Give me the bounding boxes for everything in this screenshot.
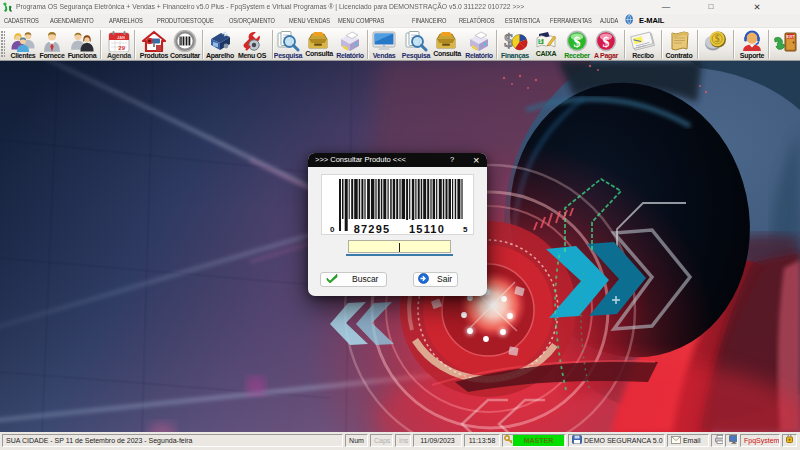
svg-text:$: $ [574,35,581,50]
svg-text:$: $ [539,38,542,44]
svg-text:$: $ [714,33,719,44]
svg-text:29: 29 [118,45,125,51]
svg-text:87295: 87295 [354,223,391,234]
svg-text:15110: 15110 [409,223,445,234]
svg-text:5: 5 [463,225,468,234]
svg-text:0: 0 [330,225,335,234]
svg-text:JAN: JAN [117,35,125,40]
svg-text:EXIT: EXIT [787,35,796,39]
svg-text:$: $ [603,35,610,50]
